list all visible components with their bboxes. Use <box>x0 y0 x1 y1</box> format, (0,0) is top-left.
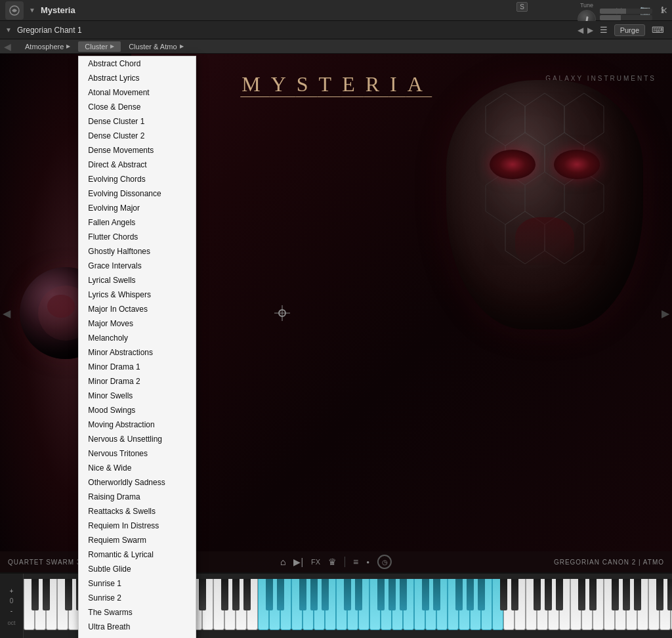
cluster-menu-item[interactable]: Minor Abstractions <box>79 345 196 360</box>
piano-black-key[interactable] <box>221 579 228 610</box>
app-logo[interactable] <box>5 1 24 20</box>
piano-black-key[interactable] <box>422 579 429 610</box>
piano-black-key[interactable] <box>656 579 663 610</box>
menu-cluster-atmo[interactable]: Cluster & Atmo ▶ <box>122 41 190 52</box>
preset-folder-button[interactable]: ☰ <box>597 24 610 36</box>
cluster-menu-item[interactable]: Lyrics & Whispers <box>79 287 196 302</box>
cluster-menu-item[interactable]: Ghostly Halftones <box>79 244 196 259</box>
mask-shape <box>446 80 643 330</box>
piano-black-key[interactable] <box>266 579 273 610</box>
piano-black-key[interactable] <box>43 579 50 610</box>
cluster-menu-item[interactable]: Direct & Abstract <box>79 158 196 172</box>
home-button[interactable]: ⌂ <box>280 557 285 567</box>
menu-cluster[interactable]: Cluster ▶ Abstract ChordAbstract LyricsA… <box>78 41 121 52</box>
cluster-menu-item[interactable]: Abstract Lyrics <box>79 71 196 85</box>
cluster-menu-item[interactable]: Raising Drama <box>79 490 196 504</box>
piano-black-key[interactable] <box>556 579 563 610</box>
piano-black-key[interactable] <box>388 579 396 610</box>
crosshair[interactable] <box>274 305 290 321</box>
cluster-menu-item[interactable]: Melancholy <box>79 331 196 345</box>
piano-black-key[interactable] <box>578 579 585 610</box>
piano-black-key[interactable] <box>455 579 463 610</box>
piano-black-key[interactable] <box>623 579 630 610</box>
piano-black-key[interactable] <box>199 579 206 610</box>
plus-label[interactable]: + <box>10 587 14 595</box>
preset-nav-left[interactable]: ◀ <box>578 26 583 35</box>
piano-black-key[interactable] <box>377 579 385 610</box>
sidebar-left-arrow[interactable]: ◀ <box>4 41 11 52</box>
piano-black-key[interactable] <box>545 579 552 610</box>
piano-black-key[interactable] <box>355 579 362 610</box>
piano-black-key[interactable] <box>400 579 407 610</box>
keyboard-button[interactable]: ⌨ <box>649 24 667 36</box>
piano-black-key[interactable] <box>277 579 284 610</box>
cluster-menu-item[interactable]: Minor Swells <box>79 389 196 403</box>
main-right-arrow[interactable]: ▶ <box>659 305 672 322</box>
tempo-circle[interactable]: ◷ <box>377 555 392 569</box>
piano-black-key[interactable] <box>32 579 39 610</box>
cluster-menu-item[interactable]: Evolving Dissonance <box>79 186 196 201</box>
cluster-menu-item[interactable]: The Swarms <box>79 605 196 620</box>
close-button[interactable]: ✕ <box>660 5 668 16</box>
piano-black-key[interactable] <box>232 579 240 610</box>
cluster-menu-item[interactable]: Moving Abstraction <box>79 417 196 432</box>
cluster-menu-item[interactable]: Undecided Moves <box>79 634 196 639</box>
cluster-menu-item[interactable]: Reattacks & Swells <box>79 504 196 519</box>
piano-black-key[interactable] <box>500 579 507 610</box>
piano-black-key[interactable] <box>299 579 306 610</box>
piano-black-key[interactable] <box>478 579 485 610</box>
crown-button[interactable]: ♛ <box>328 557 337 567</box>
menu-atmosphere[interactable]: Atmosphere ▶ <box>18 41 77 52</box>
cluster-menu-item[interactable]: Ultra Breath <box>79 620 196 634</box>
cluster-menu-item[interactable]: Flutter Chords <box>79 230 196 244</box>
cluster-menu-item[interactable]: Abstract Chord <box>79 56 196 71</box>
piano-label: 0 <box>10 597 14 605</box>
cluster-menu-item[interactable]: Close & Dense <box>79 100 196 114</box>
cluster-menu-item[interactable]: Dense Cluster 1 <box>79 114 196 129</box>
piano-black-key[interactable] <box>322 579 329 610</box>
piano-black-key[interactable] <box>433 579 440 610</box>
piano-black-key[interactable] <box>467 579 474 610</box>
cluster-menu-item[interactable]: Subtle Glide <box>79 562 196 576</box>
cluster-menu-item[interactable]: Nervous & Unsettling <box>79 432 196 446</box>
cluster-menu-item[interactable]: Major Moves <box>79 316 196 331</box>
cluster-menu-item[interactable]: Mood Swings <box>79 403 196 417</box>
piano-black-key[interactable] <box>243 579 251 610</box>
cluster-menu-item[interactable]: Grace Intervals <box>79 259 196 273</box>
cluster-menu-item[interactable]: Sunrise 2 <box>79 591 196 605</box>
cluster-menu-item[interactable]: Major In Octaves <box>79 302 196 316</box>
cluster-menu-item[interactable]: Evolving Chords <box>79 172 196 186</box>
piano-black-key[interactable] <box>589 579 597 610</box>
cluster-menu-item[interactable]: Sunrise 1 <box>79 576 196 591</box>
piano-black-key[interactable] <box>634 579 641 610</box>
cluster-menu-item[interactable]: Dense Cluster 2 <box>79 129 196 143</box>
cluster-menu-item[interactable]: Otherworldly Sadness <box>79 475 196 490</box>
cluster-menu-item[interactable]: Minor Drama 2 <box>79 374 196 389</box>
piano-black-key[interactable] <box>667 579 673 610</box>
cluster-menu-item[interactable]: Evolving Major <box>79 201 196 215</box>
cluster-menu-item[interactable]: Lyrical Swells <box>79 273 196 287</box>
cluster-menu-item[interactable]: Atonal Movement <box>79 85 196 100</box>
minus-label[interactable]: - <box>10 607 12 614</box>
cluster-menu-item[interactable]: Minor Drama 1 <box>79 360 196 374</box>
piano-black-key[interactable] <box>612 579 619 610</box>
piano-black-key[interactable] <box>310 579 318 610</box>
main-left-arrow[interactable]: ◀ <box>0 305 13 322</box>
cluster-menu-item[interactable]: Dense Movements <box>79 143 196 158</box>
piano-black-key[interactable] <box>65 579 72 610</box>
cluster-menu-item[interactable]: Fallen Angels <box>79 215 196 230</box>
play-button[interactable]: ▶| <box>293 557 303 567</box>
cluster-menu-item[interactable]: Nervous Tritones <box>79 446 196 461</box>
cluster-menu-item[interactable]: Romantic & Lyrical <box>79 547 196 562</box>
menu-lines-icon[interactable]: ≡ <box>353 557 358 567</box>
piano-black-key[interactable] <box>511 579 518 610</box>
preset-nav-right[interactable]: ▶ <box>587 26 593 35</box>
cluster-menu-item[interactable]: Requiem In Distress <box>79 519 196 533</box>
cluster-menu-item[interactable]: Nice & Wide <box>79 461 196 475</box>
fx-button[interactable]: FX <box>311 558 320 566</box>
piano-black-key[interactable] <box>534 579 541 610</box>
s-button[interactable]: S <box>516 2 528 12</box>
purge-button[interactable]: Purge <box>614 24 645 36</box>
cluster-menu-item[interactable]: Requiem Swarm <box>79 533 196 547</box>
piano-black-key[interactable] <box>344 579 351 610</box>
